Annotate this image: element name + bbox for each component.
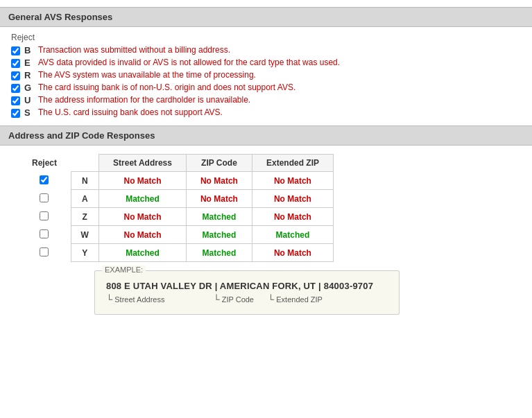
general-avs-checkbox-R[interactable] <box>11 71 20 80</box>
avs-zip-value: No Match <box>186 190 252 208</box>
avs-code-E: E <box>24 58 34 68</box>
zip-code-label: ZIP Code <box>222 295 254 304</box>
address-zip-header: Address and ZIP Code Responses <box>0 125 532 146</box>
avs-street-value: No Match <box>99 172 187 190</box>
avs-zip-value: Matched <box>186 226 252 244</box>
avs-desc-S: The U.S. card issuing bank does not supp… <box>38 107 223 117</box>
example-box: EXAMPLE: 808 E UTAH VALLEY DR | AMERICAN… <box>94 270 400 315</box>
example-ext: 9707 <box>352 281 373 291</box>
street-address-label: Street Address <box>114 295 164 304</box>
ext-bracket-icon: └ <box>268 294 274 304</box>
example-city: AMERICAN FORK, UT <box>220 281 316 291</box>
avs-table-row: NNo MatchNo MatchNo Match <box>18 172 333 190</box>
general-avs-checkbox-G[interactable] <box>11 84 20 93</box>
avs-reject-checkbox-W[interactable] <box>40 229 49 238</box>
avs-reject-checkbox-Z[interactable] <box>40 211 49 220</box>
general-avs-row: BTransaction was submitted without a bil… <box>11 45 521 55</box>
zip-code-header: ZIP Code <box>186 155 252 172</box>
reject-column-header: Reject <box>18 155 71 172</box>
avs-desc-U: The address information for the cardhold… <box>38 95 250 105</box>
extended-zip-header: Extended ZIP <box>252 155 333 172</box>
avs-ext-value: No Match <box>252 244 333 262</box>
avs-reject-checkbox-Y[interactable] <box>40 247 49 256</box>
example-address: 808 E UTAH VALLEY DR | AMERICAN FORK, UT… <box>106 281 388 291</box>
example-zip: 84003 <box>324 281 350 291</box>
code-column-header <box>71 155 99 172</box>
avs-row-code: A <box>71 190 99 208</box>
avs-zip-value: Matched <box>186 208 252 226</box>
avs-code-U: U <box>24 95 34 105</box>
avs-zip-value: Matched <box>186 244 252 262</box>
avs-reject-checkbox-A[interactable] <box>40 193 49 202</box>
general-avs-row: GThe card issuing bank is of non-U.S. or… <box>11 82 521 93</box>
avs-table-row: WNo MatchMatchedMatched <box>18 226 333 244</box>
avs-table-row: ZNo MatchMatchedNo Match <box>18 208 333 226</box>
example-sep1: | <box>212 281 220 291</box>
general-avs-checkbox-E[interactable] <box>11 59 20 68</box>
avs-code-S: S <box>24 107 34 118</box>
avs-ext-value: No Match <box>252 190 333 208</box>
zip-bracket-icon: └ <box>213 294 219 304</box>
avs-ext-value: No Match <box>252 208 333 226</box>
avs-row-code: Y <box>71 244 99 262</box>
example-label: EXAMPLE: <box>102 265 146 274</box>
avs-desc-B: Transaction was submitted without a bill… <box>38 45 230 55</box>
general-avs-header: General AVS Responses <box>0 7 532 27</box>
avs-code-R: R <box>24 70 34 80</box>
example-sep2: | <box>316 281 323 291</box>
general-avs-row: RThe AVS system was unavailable at the t… <box>11 70 521 80</box>
avs-table-row: AMatchedNo MatchNo Match <box>18 190 333 208</box>
street-address-header: Street Address <box>99 155 187 172</box>
avs-code-B: B <box>24 45 34 55</box>
avs-zip-value: No Match <box>186 172 252 190</box>
avs-row-code: N <box>71 172 99 190</box>
avs-street-value: Matched <box>99 190 187 208</box>
avs-street-value: Matched <box>99 244 187 262</box>
general-avs-checkbox-U[interactable] <box>11 96 20 105</box>
avs-desc-G: The card issuing bank is of non-U.S. ori… <box>38 82 295 92</box>
avs-row-code: Z <box>71 208 99 226</box>
example-normal: E UTAH VALLEY DR <box>121 281 212 291</box>
avs-desc-R: The AVS system was unavailable at the ti… <box>38 70 256 80</box>
example-labels: └ Street Address └ ZIP Code └ Extended Z… <box>106 294 388 304</box>
avs-table: Reject Street Address ZIP Code Extended … <box>18 154 334 262</box>
avs-code-G: G <box>24 82 34 93</box>
general-avs-row: UThe address information for the cardhol… <box>11 95 521 105</box>
avs-desc-E: AVS data provided is invalid or AVS is n… <box>38 58 340 67</box>
general-avs-row: EAVS data provided is invalid or AVS is … <box>11 58 521 68</box>
avs-reject-checkbox-N[interactable] <box>40 175 49 184</box>
general-reject-label: Reject <box>11 33 521 42</box>
general-avs-checkbox-S[interactable] <box>11 109 20 118</box>
extended-zip-label: Extended ZIP <box>276 295 323 304</box>
avs-street-value: No Match <box>99 226 187 244</box>
general-avs-section: Reject BTransaction was submitted withou… <box>0 27 532 125</box>
avs-ext-value: No Match <box>252 172 333 190</box>
address-zip-section: Reject Street Address ZIP Code Extended … <box>0 146 532 331</box>
page: General AVS Responses Reject BTransactio… <box>0 0 532 418</box>
avs-ext-value: Matched <box>252 226 333 244</box>
example-bold: 808 <box>106 281 121 291</box>
avs-row-code: W <box>71 226 99 244</box>
avs-table-row: YMatchedMatchedNo Match <box>18 244 333 262</box>
general-avs-row: SThe U.S. card issuing bank does not sup… <box>11 107 521 118</box>
avs-street-value: No Match <box>99 208 187 226</box>
general-avs-checkbox-B[interactable] <box>11 46 20 55</box>
street-bracket-icon: └ <box>106 294 112 304</box>
